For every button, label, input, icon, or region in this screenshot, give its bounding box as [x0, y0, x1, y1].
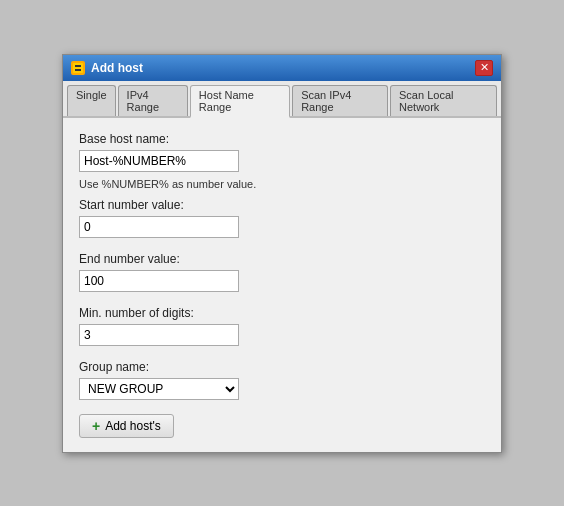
tab-scanipv4[interactable]: Scan IPv4 Range: [292, 85, 388, 116]
base-host-input[interactable]: [79, 150, 239, 172]
start-number-group: Start number value:: [79, 198, 485, 244]
svg-rect-2: [75, 69, 81, 71]
plus-icon: +: [92, 419, 100, 433]
group-name-label: Group name:: [79, 360, 485, 374]
min-digits-label: Min. number of digits:: [79, 306, 485, 320]
tab-single[interactable]: Single: [67, 85, 116, 116]
title-bar-left: Add host: [71, 61, 143, 75]
form-content: Base host name: Use %NUMBER% as number v…: [63, 118, 501, 452]
start-number-label: Start number value:: [79, 198, 485, 212]
hint-text: Use %NUMBER% as number value.: [79, 178, 485, 190]
min-digits-input[interactable]: [79, 324, 239, 346]
tab-ipv4range[interactable]: IPv4 Range: [118, 85, 188, 116]
tab-scanlocalnet[interactable]: Scan Local Network: [390, 85, 497, 116]
end-number-label: End number value:: [79, 252, 485, 266]
close-button[interactable]: ✕: [475, 60, 493, 76]
group-name-group: Group name: NEW GROUP: [79, 360, 485, 400]
add-host-dialog: Add host ✕ Single IPv4 Range Host Name R…: [62, 54, 502, 453]
base-host-group: Base host name: Use %NUMBER% as number v…: [79, 132, 485, 190]
add-hosts-label: Add host's: [105, 419, 161, 433]
tab-hostnamerange[interactable]: Host Name Range: [190, 85, 290, 118]
min-digits-group: Min. number of digits:: [79, 306, 485, 352]
add-hosts-button[interactable]: + Add host's: [79, 414, 174, 438]
tab-bar: Single IPv4 Range Host Name Range Scan I…: [63, 81, 501, 118]
window-title: Add host: [91, 61, 143, 75]
svg-rect-1: [75, 65, 81, 67]
start-number-input[interactable]: [79, 216, 239, 238]
app-icon: [71, 61, 85, 75]
svg-rect-0: [73, 63, 83, 73]
base-host-label: Base host name:: [79, 132, 485, 146]
group-name-select[interactable]: NEW GROUP: [79, 378, 239, 400]
title-bar: Add host ✕: [63, 55, 501, 81]
end-number-input[interactable]: [79, 270, 239, 292]
end-number-group: End number value:: [79, 252, 485, 298]
